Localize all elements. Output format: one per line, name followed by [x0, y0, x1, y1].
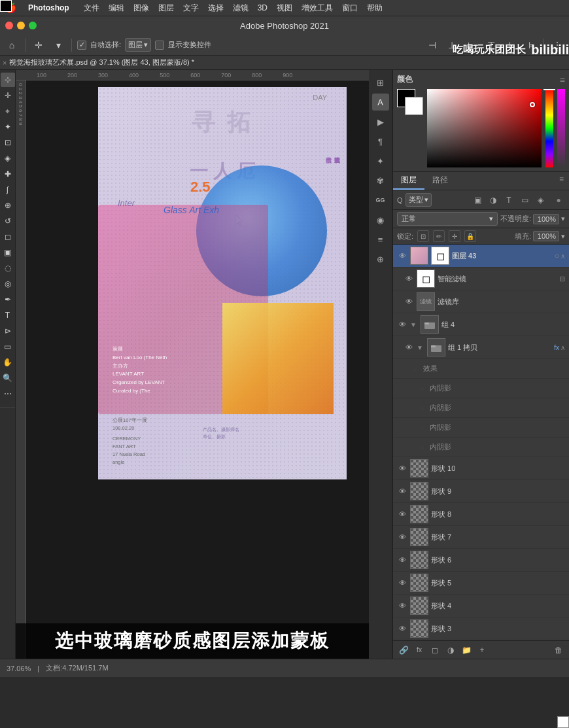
- menu-image[interactable]: 图像: [133, 3, 149, 14]
- gradient-tool[interactable]: ▣: [1, 245, 15, 260]
- paragraph-icon[interactable]: ¶: [372, 133, 389, 150]
- menu-layer[interactable]: 图层: [158, 3, 174, 14]
- layer-item[interactable]: ○ 内阴影: [393, 438, 569, 457]
- active-tab[interactable]: 视觉海报玻璃艺术展.psd @ 37.1% (图层 43, 图层蒙版/8) *: [9, 58, 194, 67]
- layer-item[interactable]: ○ 内阴影: [393, 398, 569, 418]
- group-expand-arrow[interactable]: ▼: [417, 344, 423, 351]
- layers-panel-menu[interactable]: ≡: [554, 172, 569, 190]
- layer-options-icon[interactable]: ○: [555, 251, 559, 260]
- layer-expand-icon[interactable]: ∧: [560, 252, 565, 260]
- layer-visibility-toggle[interactable]: ○: [417, 403, 427, 413]
- fill-arrow[interactable]: ▾: [561, 232, 565, 241]
- eyedropper-tool[interactable]: ◈: [1, 151, 15, 165]
- layer-visibility-toggle[interactable]: 👁: [397, 600, 407, 611]
- extra-tools[interactable]: ⋯: [1, 387, 15, 401]
- menu-text[interactable]: 文字: [183, 3, 199, 14]
- close-button[interactable]: [5, 22, 13, 29]
- star-icon[interactable]: ✦: [372, 152, 389, 169]
- menu-select[interactable]: 选择: [208, 3, 224, 14]
- blur-tool[interactable]: ◌: [1, 261, 15, 275]
- color-gradient[interactable]: [427, 89, 542, 167]
- menu-icon[interactable]: ≡: [372, 231, 389, 248]
- layer-item[interactable]: 👁 ▼ 组 1 拷贝 fx ∧: [393, 336, 569, 359]
- layer-visibility-toggle[interactable]: 👁: [397, 578, 407, 588]
- layer-visibility-toggle[interactable]: 👁: [397, 509, 407, 519]
- layer-item[interactable]: 👁 形状 8: [393, 503, 569, 526]
- align-left-button[interactable]: ⊣: [424, 37, 440, 53]
- layer-visibility-toggle[interactable]: 👁: [404, 273, 414, 284]
- lasso-tool[interactable]: ⌖: [1, 104, 15, 118]
- layer-item[interactable]: 👁 ▼ 组 4: [393, 313, 569, 336]
- pen-tool[interactable]: ✒: [1, 292, 15, 307]
- add-mask-button[interactable]: ◻: [428, 644, 441, 657]
- blend-mode-dropdown[interactable]: 正常 ▾: [397, 212, 498, 226]
- layer-filter-toggle[interactable]: ●: [552, 194, 565, 207]
- play-icon[interactable]: ▶: [372, 113, 389, 130]
- brush-tool[interactable]: ∫: [1, 182, 15, 197]
- flower-icon[interactable]: ✾: [372, 172, 389, 189]
- color-panel-menu[interactable]: ≡: [560, 75, 565, 85]
- text-tool-icon[interactable]: A: [372, 94, 389, 111]
- layer-visibility-toggle[interactable]: ○: [417, 383, 427, 394]
- layer-item[interactable]: ○ 内阴影: [393, 379, 569, 398]
- layer-filter-smart[interactable]: ◈: [534, 194, 547, 207]
- layer-filter-shape[interactable]: ▭: [518, 194, 531, 207]
- minimize-button[interactable]: [17, 22, 25, 29]
- magic-wand-tool[interactable]: ✦: [1, 120, 15, 134]
- layer-visibility-toggle[interactable]: ○: [410, 364, 421, 374]
- clone-stamp-tool[interactable]: ⊕: [1, 198, 15, 213]
- grid-view-icon[interactable]: ⊞: [372, 74, 389, 91]
- menu-edit[interactable]: 编辑: [109, 3, 124, 14]
- group-expand-arrow[interactable]: ▼: [410, 321, 417, 328]
- layer-visibility-toggle[interactable]: 👁: [397, 486, 407, 496]
- opacity-input[interactable]: 100%: [533, 214, 559, 224]
- delete-layer-button[interactable]: 🗑: [552, 644, 565, 657]
- healing-tool[interactable]: ✚: [1, 167, 15, 181]
- layer-visibility-toggle[interactable]: 👁: [397, 555, 407, 565]
- move-tool-button[interactable]: ✛: [31, 37, 46, 53]
- layer-dropdown[interactable]: 图层 ▾: [125, 38, 151, 52]
- layer-item[interactable]: 👁 形状 7: [393, 526, 569, 549]
- adjustment-layer-button[interactable]: ◑: [444, 644, 457, 657]
- tab-close-button[interactable]: ×: [3, 59, 7, 67]
- home-button[interactable]: ⌂: [4, 37, 20, 53]
- move-tool-arrow[interactable]: ▾: [50, 37, 66, 53]
- layer-item[interactable]: 👁 滤镜 滤镜库: [393, 290, 569, 313]
- layer-fx-button[interactable]: fx: [413, 644, 426, 657]
- layer-visibility-toggle[interactable]: ○: [417, 442, 427, 453]
- new-group-button[interactable]: 📁: [460, 644, 473, 657]
- zoom-tool[interactable]: 🔍: [1, 371, 15, 385]
- layer-item[interactable]: 👁 ◻ 智能滤镜 ⊟: [393, 268, 569, 290]
- background-swatch[interactable]: [405, 97, 423, 115]
- lock-position-btn[interactable]: ✏: [433, 230, 445, 242]
- layer-item[interactable]: 👁 ◻ 图层 43 ○ ∧: [393, 245, 569, 268]
- layer-visibility-toggle[interactable]: 👁: [397, 251, 407, 261]
- menu-view[interactable]: 视图: [277, 3, 292, 14]
- layer-item[interactable]: 👁 形状 5: [393, 572, 569, 595]
- gg-icon[interactable]: GG: [372, 192, 389, 209]
- menu-3d[interactable]: 3D: [258, 3, 267, 12]
- history-brush-tool[interactable]: ↺: [1, 214, 15, 228]
- maximize-button[interactable]: [29, 22, 37, 29]
- layer-visibility-toggle[interactable]: 👁: [397, 532, 407, 542]
- shape-tool[interactable]: ▭: [1, 339, 15, 354]
- layer-link-button[interactable]: 🔗: [397, 644, 410, 657]
- tab-layers[interactable]: 图层: [393, 172, 424, 190]
- layer-item[interactable]: ○ 内阴影: [393, 418, 569, 438]
- opacity-spectrum[interactable]: [557, 89, 565, 167]
- circle-icon[interactable]: ◉: [372, 211, 389, 228]
- hand-tool[interactable]: ✋: [1, 355, 15, 370]
- crop-tool[interactable]: ⊡: [1, 135, 15, 150]
- dodge-tool[interactable]: ◎: [1, 277, 15, 291]
- fill-input[interactable]: 100%: [533, 231, 559, 241]
- show-transform-checkbox[interactable]: [155, 41, 164, 50]
- layer-item[interactable]: 👁 形状 10: [393, 457, 569, 480]
- opacity-arrow[interactable]: ▾: [561, 215, 565, 223]
- selection-tool[interactable]: ⊹: [1, 73, 15, 87]
- layer-visibility-toggle[interactable]: ○: [417, 423, 427, 433]
- layer-item[interactable]: 👁 形状 3: [393, 617, 569, 640]
- move-tool[interactable]: ✛: [1, 88, 15, 103]
- document-canvas[interactable]: 寻 拓 DAY 一 人 厄 Glass Art Exh Inter: [26, 80, 369, 659]
- layer-item[interactable]: ○ 效果: [393, 359, 569, 379]
- layer-item[interactable]: 👁 形状 9: [393, 480, 569, 503]
